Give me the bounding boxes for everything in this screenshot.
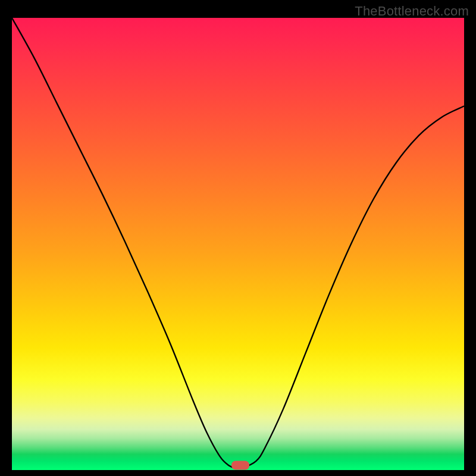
plot-frame xyxy=(12,18,464,470)
plot-area xyxy=(12,18,464,470)
min-marker xyxy=(231,461,249,470)
watermark-text: TheBottleneck.com xyxy=(355,4,469,19)
bottleneck-curve xyxy=(12,18,464,470)
